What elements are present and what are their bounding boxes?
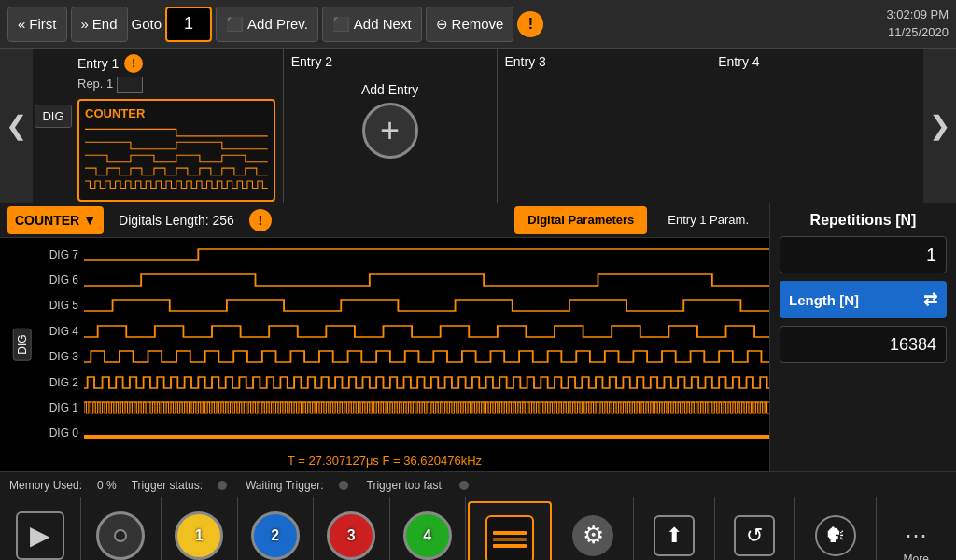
ch4-icon: 4 xyxy=(403,511,452,560)
add-prev-label: Add Prev. xyxy=(247,16,308,32)
wave-list-icon: ⬆ xyxy=(654,515,695,556)
more-icon: ⋯ xyxy=(905,523,927,549)
nav-right-arrow[interactable]: ❯ xyxy=(923,49,956,203)
ch-6-wave xyxy=(84,271,769,289)
ch-4-label: DIG 4 xyxy=(47,325,84,338)
add-next-button[interactable]: ⬛ Add Next xyxy=(322,7,422,42)
ch-0-wave xyxy=(84,424,769,442)
counter-select-label: COUNTER xyxy=(15,213,79,228)
remove-icon: ⊖ xyxy=(436,16,448,33)
nav-left-arrow[interactable]: ❮ xyxy=(0,49,33,203)
trigger-status-dot xyxy=(218,481,227,490)
svg-rect-1 xyxy=(84,435,769,439)
remote-button[interactable]: 🗣 Remote xyxy=(795,497,877,560)
time: 3:02:09 PM xyxy=(887,7,949,23)
first-button[interactable]: « First xyxy=(7,7,67,42)
bar-warn-icon: ! xyxy=(249,209,272,231)
channel-row-4: DIG 4 xyxy=(47,318,769,343)
play-icon: ▶ xyxy=(16,511,64,560)
entry-4[interactable]: Entry 4 xyxy=(710,49,923,203)
waveform-canvas-area: DIG DIG 7 DIG 6 xyxy=(0,238,769,450)
freq-label: T = 27.307127μs F = 36.620476kHz xyxy=(0,450,769,471)
repetitions-value[interactable]: 1 xyxy=(780,236,947,273)
dig-left-label[interactable]: DIG xyxy=(13,328,32,360)
trigger-status-label: Trigger status: xyxy=(132,479,203,492)
digitals-length: Digitals Length: 256 xyxy=(119,213,234,228)
trigger-too-fast-dot xyxy=(459,481,469,490)
first-icon: « xyxy=(18,16,25,32)
digital-params-button[interactable]: Digital Parameters xyxy=(514,206,647,234)
default-button[interactable]: ↺ Default xyxy=(715,497,796,560)
waveform-area: COUNTER ▼ Digitals Length: 256 ! Digital… xyxy=(0,203,769,471)
counter-bar: COUNTER ▼ Digitals Length: 256 ! Digital… xyxy=(0,203,769,238)
ch2-button[interactable]: 2 CH 2 xyxy=(238,497,315,560)
preview-title: COUNTER xyxy=(85,106,268,120)
add-next-label: Add Next xyxy=(354,16,412,32)
ch1-icon: 1 xyxy=(175,511,223,560)
ch-5-wave xyxy=(84,296,769,315)
default-icon: ↺ xyxy=(734,515,775,556)
date: 11/25/2020 xyxy=(887,24,949,41)
first-label: First xyxy=(29,16,56,32)
entry-strip: ❮ DIG Entry 1 ! Rep. 1 COUNTER xyxy=(0,49,956,203)
entry-1-label: Entry 1 xyxy=(77,56,119,71)
channel-row-2: DIG 2 xyxy=(47,370,769,395)
trigger-button[interactable]: Trigger xyxy=(81,497,162,560)
stopped-button[interactable]: ▶ Stopped xyxy=(0,497,81,560)
dig-side-label[interactable]: DIG xyxy=(35,105,72,128)
entry-3[interactable]: Entry 3 xyxy=(498,49,711,203)
counter-select[interactable]: COUNTER ▼ xyxy=(7,206,104,234)
wave-list-button[interactable]: ⬆ Wave. List xyxy=(634,497,715,560)
add-prev-icon: ⬛ xyxy=(226,16,244,33)
goto-input[interactable] xyxy=(165,7,212,42)
ch-4-wave xyxy=(84,322,769,341)
waiting-trigger-dot xyxy=(339,481,348,490)
add-prev-button[interactable]: ⬛ Add Prev. xyxy=(216,7,318,42)
channel-row-0: DIG 0 xyxy=(47,421,769,446)
top-bar: « First » End Goto ⬛ Add Prev. ⬛ Add Nex… xyxy=(0,0,956,49)
entry-2-label: Entry 2 xyxy=(291,54,332,69)
ch4-button[interactable]: 4 CH 4 xyxy=(390,497,467,560)
ch-2-wave xyxy=(84,373,769,392)
dig-button[interactable]: DIG xyxy=(468,501,552,560)
end-button[interactable]: » End xyxy=(71,7,128,42)
more-label: More xyxy=(904,553,929,561)
output-channels-group: 1 CH 1 2 CH 2 3 CH 3 4 CH 4 Output Chann… xyxy=(162,497,466,560)
datetime: 3:02:09 PM 11/25/2020 xyxy=(887,7,949,40)
bottom-section: COUNTER ▼ Digitals Length: 256 ! Digital… xyxy=(0,203,956,471)
ch-7-wave xyxy=(84,245,769,264)
dig-channels: DIG 7 DIG 6 DIG 5 xyxy=(47,242,769,446)
ch-3-label: DIG 3 xyxy=(47,350,84,363)
settings-button[interactable]: ⚙ Settings xyxy=(554,497,635,560)
repetitions-label: Repetitions [N] xyxy=(780,212,947,229)
remove-button[interactable]: ⊖ Remove xyxy=(426,7,514,42)
channel-row-1: DIG 1 xyxy=(47,395,769,420)
ch2-icon: 2 xyxy=(251,511,300,560)
memory-used-value: 0 % xyxy=(97,479,117,492)
entry-3-label: Entry 3 xyxy=(505,54,546,69)
memory-used-label: Memory Used: xyxy=(9,479,82,492)
goto-group: Goto xyxy=(132,7,213,42)
end-icon: » xyxy=(81,16,89,32)
end-label: End xyxy=(92,16,118,32)
dig-icon xyxy=(485,515,534,561)
add-entry-button[interactable]: + xyxy=(362,103,418,159)
ch-6-label: DIG 6 xyxy=(47,273,84,287)
trigger-too-fast-label: Trigger too fast: xyxy=(367,479,445,492)
entry-2[interactable]: Entry 2 Add Entry + xyxy=(284,49,498,203)
gear-icon: ⚙ xyxy=(572,515,613,556)
status-bar: Memory Used: 0 % Trigger status: Waiting… xyxy=(0,471,956,497)
more-button[interactable]: ⋯ More xyxy=(877,497,957,560)
length-value[interactable]: 16384 xyxy=(780,326,947,363)
ch3-button[interactable]: 3 CH 3 xyxy=(314,497,390,560)
entry-1-warn: ! xyxy=(124,54,143,73)
trigger-icon xyxy=(96,511,145,560)
channel-row-6: DIG 6 xyxy=(47,267,769,292)
channel-row-7: DIG 7 xyxy=(47,242,769,267)
ch-0-label: DIG 0 xyxy=(47,427,84,440)
entry-1-preview[interactable]: COUNTER xyxy=(77,99,275,202)
ch1-button[interactable]: 1 CH 1 xyxy=(162,497,238,560)
bottom-toolbar: ▶ Stopped Trigger 1 CH 1 2 CH 2 3 xyxy=(0,497,956,560)
add-next-icon: ⬛ xyxy=(332,16,350,33)
length-button[interactable]: Length [N] ⇄ xyxy=(780,281,947,318)
